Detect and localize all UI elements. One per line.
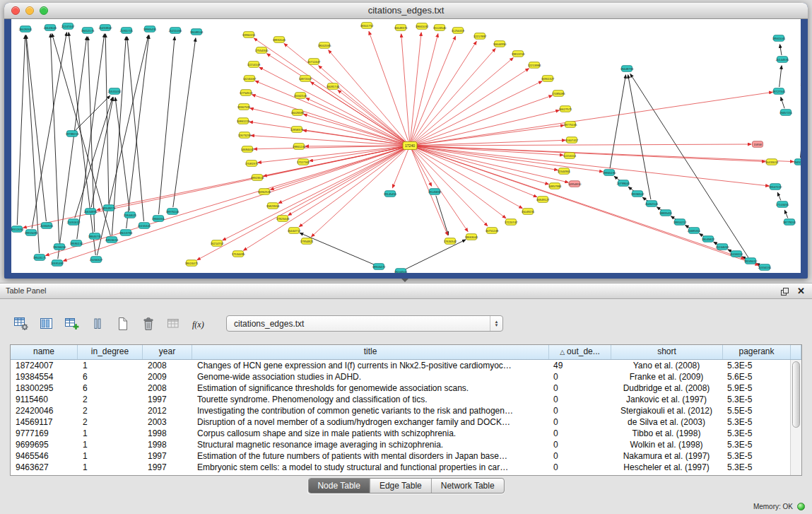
table-cell[interactable]: Tibbo et al. (1998) — [611, 428, 722, 439]
graph-edge[interactable] — [411, 33, 422, 141]
table-cell[interactable]: 0 — [548, 382, 611, 394]
graph-edge[interactable] — [369, 32, 408, 142]
graph-edge[interactable] — [777, 192, 781, 200]
table-cell[interactable]: Corpus callosum shape and size in male p… — [192, 428, 548, 439]
table-cell[interactable]: Investigating the contribution of common… — [192, 405, 548, 416]
table-cell[interactable]: Franke et al. (2009) — [611, 371, 722, 382]
column-header-year[interactable]: year — [143, 345, 192, 359]
table-cell[interactable]: 9699695 — [11, 439, 78, 450]
table-row[interactable]: 911546021997Tourette syndrome. Phenomeno… — [11, 394, 790, 405]
table-cell[interactable]: Hescheler et al. (1997) — [611, 462, 722, 473]
table-cell[interactable]: 18724007 — [11, 360, 78, 371]
table-cell[interactable]: 0 — [548, 405, 611, 416]
table-row[interactable]: 977716911998Corpus callosum shape and si… — [11, 428, 790, 439]
table-cell[interactable]: Dudbridge et al. (2008) — [611, 382, 722, 394]
graph-edge[interactable] — [414, 95, 553, 144]
tab-node-table[interactable]: Node Table — [308, 479, 370, 493]
graph-edge[interactable] — [414, 140, 565, 146]
column-header-out-de-[interactable]: △out_de... — [549, 345, 611, 359]
table-cell[interactable]: 1 — [78, 462, 143, 473]
table-cell[interactable]: 5.5E-5 — [722, 405, 790, 416]
graph-edge[interactable] — [412, 149, 432, 186]
graph-edge[interactable] — [414, 147, 759, 265]
table-row[interactable]: 1830029562008Estimation of significance … — [11, 382, 790, 394]
table-cell[interactable]: Stergiakouli et al. (2012) — [611, 405, 722, 416]
graph-edge[interactable] — [784, 210, 788, 218]
column-header-in-degree[interactable]: in_degree — [78, 345, 143, 359]
table-cell[interactable]: Embryonic stem cells: a model to study s… — [192, 462, 548, 473]
table-row[interactable]: 946554611997Estimation of the future num… — [11, 450, 790, 462]
table-cell[interactable]: Disruption of a novel member of a sodium… — [192, 416, 548, 428]
table-cell[interactable]: 0 — [548, 462, 611, 473]
table-cell[interactable]: 0 — [548, 428, 611, 439]
network-canvas[interactable]: 1724018832041175543001221410814240067127… — [11, 19, 801, 273]
graph-edge[interactable] — [159, 37, 175, 214]
table-row[interactable]: 1456911722003Disruption of a novel membe… — [11, 416, 790, 428]
table-cell[interactable]: 0 — [548, 371, 611, 382]
tab-network-table[interactable]: Network Table — [432, 479, 504, 493]
graph-edge[interactable] — [414, 144, 751, 146]
graph-edge[interactable] — [288, 148, 406, 216]
table-cell[interactable]: Tourette syndrome. Phenomenology and cla… — [192, 394, 548, 405]
table-cell[interactable]: Estimation of significance thresholds fo… — [192, 382, 548, 394]
table-cell[interactable]: 9465546 — [11, 450, 78, 462]
table-row[interactable]: 969969511998Structural magnetic resonanc… — [11, 439, 790, 450]
close-window-button[interactable] — [11, 6, 20, 15]
graph-edge[interactable] — [780, 45, 782, 55]
show-columns-button[interactable] — [37, 314, 56, 333]
table-cell[interactable]: 2003 — [143, 416, 192, 428]
column-header-name[interactable]: name — [11, 345, 78, 359]
graph-edge[interactable] — [412, 42, 476, 142]
graph-edge[interactable] — [306, 98, 406, 144]
minimize-window-button[interactable] — [25, 6, 34, 15]
tab-edge-table[interactable]: Edge Table — [370, 479, 432, 493]
graph-edge[interactable] — [414, 146, 769, 186]
new-table-button[interactable] — [113, 314, 132, 333]
table-cell[interactable]: Estimation of the future numbers of pati… — [192, 450, 548, 462]
float-panel-icon[interactable] — [780, 286, 789, 296]
table-cell[interactable]: 22420046 — [11, 405, 78, 416]
graph-edge[interactable] — [259, 67, 406, 144]
table-cell[interactable]: de Silva et al. (2003) — [611, 416, 722, 428]
table-cell[interactable]: 2008 — [143, 382, 192, 394]
table-cell[interactable]: Nakamura et al. (1997) — [611, 450, 722, 462]
table-cell[interactable]: Changes of HCN gene expression and I(f) … — [192, 360, 548, 371]
import-table-button[interactable] — [164, 314, 183, 333]
table-cell[interactable]: 0 — [548, 416, 611, 428]
graph-edge[interactable] — [254, 38, 406, 144]
window-titlebar[interactable]: citations_edges.txt — [4, 3, 808, 19]
graph-edge[interactable] — [781, 98, 784, 109]
graph-edge[interactable] — [414, 146, 563, 155]
table-cell[interactable]: 1998 — [143, 428, 192, 439]
table-cell[interactable]: 5.3E-5 — [722, 416, 790, 428]
table-scrollbar[interactable] — [790, 360, 801, 475]
table-cell[interactable]: 5.3E-5 — [722, 450, 790, 462]
graph-edge[interactable] — [413, 148, 506, 218]
graph-edge[interactable] — [91, 98, 113, 207]
table-cell[interactable]: 9777169 — [11, 428, 78, 439]
table-cell[interactable]: 0 — [548, 450, 611, 462]
graph-edge[interactable] — [17, 35, 25, 225]
function-builder-button[interactable]: f(x) — [189, 314, 208, 333]
graph-edge[interactable] — [64, 147, 406, 261]
column-header-short[interactable]: short — [611, 345, 723, 359]
table-row[interactable]: 1938455462009Genome-wide association stu… — [11, 371, 790, 382]
graph-edge[interactable] — [300, 233, 375, 265]
graph-edge[interactable] — [311, 82, 406, 144]
graph-edge[interactable] — [414, 110, 559, 145]
table-cell[interactable]: 6 — [78, 371, 143, 382]
graph-edge[interactable] — [404, 240, 466, 269]
scrollbar-thumb[interactable] — [792, 361, 800, 428]
delete-table-button[interactable] — [139, 314, 158, 333]
column-header-title[interactable]: title — [192, 345, 549, 359]
table-cell[interactable]: 5.3E-5 — [722, 394, 790, 405]
graph-edge[interactable] — [801, 90, 801, 158]
table-cell[interactable]: 1 — [78, 428, 143, 439]
table-cell[interactable]: 19384554 — [11, 371, 78, 382]
table-cell[interactable]: 1997 — [143, 394, 192, 405]
table-row[interactable]: 946362711997Embryonic stem cells: a mode… — [11, 462, 790, 473]
graph-edge[interactable] — [628, 75, 651, 199]
column-header-pagerank[interactable]: pagerank — [723, 345, 791, 359]
table-cell[interactable]: 1 — [78, 439, 143, 450]
graph-edge[interactable] — [413, 58, 514, 143]
